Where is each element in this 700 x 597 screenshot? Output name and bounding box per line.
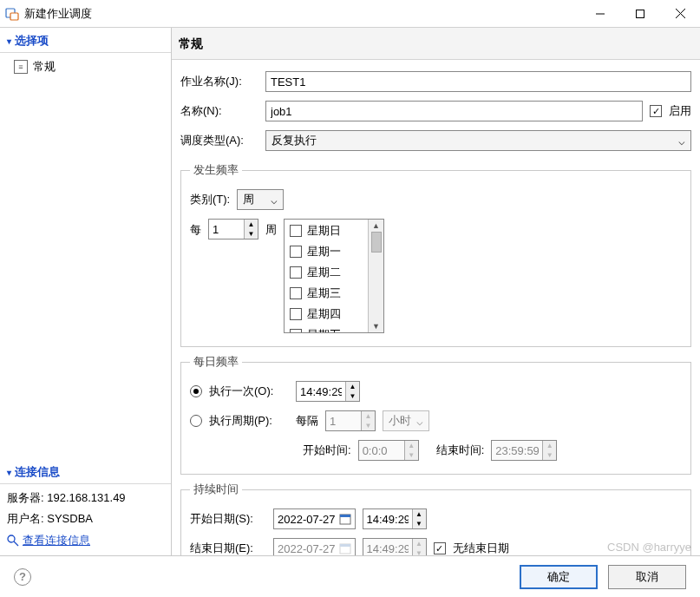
every-value[interactable]	[209, 220, 244, 239]
period-value-spinner: ▲▼	[325, 410, 376, 431]
job-name-label: 作业名称(J):	[180, 74, 258, 89]
weekday-checkbox[interactable]	[290, 287, 302, 299]
weekday-item: 星期三	[290, 285, 363, 301]
scrollbar[interactable]: ▲ ▼	[368, 220, 383, 332]
weekday-label: 星期一	[307, 244, 341, 259]
sidebar-section-conn[interactable]: ▾ 连接信息	[0, 459, 171, 484]
spin-down-icon: ▼	[413, 548, 426, 555]
maximize-button[interactable]	[620, 0, 660, 27]
spin-down-icon[interactable]: ▼	[346, 391, 359, 401]
end-date-picker: 2022-07-27	[273, 538, 356, 555]
scroll-down-icon[interactable]: ▼	[372, 322, 380, 331]
spin-down-icon[interactable]: ▼	[245, 229, 258, 239]
weekday-item: 星期一	[290, 244, 363, 259]
name-input[interactable]	[265, 101, 643, 121]
titlebar: 新建作业调度	[0, 0, 700, 28]
scroll-up-icon[interactable]: ▲	[372, 221, 380, 230]
end-date-time-value	[363, 539, 412, 555]
svg-rect-9	[340, 515, 350, 517]
spin-up-icon: ▲	[362, 411, 375, 421]
svg-line-5	[676, 9, 685, 18]
view-connection-link[interactable]: 查看连接信息	[7, 529, 164, 548]
no-end-date-checkbox[interactable]	[434, 542, 446, 554]
user-value: SYSDBA	[47, 512, 93, 525]
weekday-label: 星期日	[307, 223, 341, 239]
execute-once-label: 执行一次(O):	[209, 384, 289, 399]
period-every-label: 每隔	[296, 413, 318, 429]
daily-legend: 每日频率	[190, 354, 242, 370]
execute-once-radio[interactable]	[190, 385, 202, 397]
job-name-input[interactable]	[265, 71, 691, 92]
svg-point-6	[8, 535, 15, 542]
weekday-checkbox[interactable]	[290, 225, 302, 237]
no-end-date-label: 无结束日期	[453, 541, 509, 555]
weekday-listbox[interactable]: 星期日 星期一 星期二 星期三 星期四 星期五 ▲ ▼	[284, 219, 384, 333]
category-select[interactable]: 周 ⌵	[237, 189, 284, 210]
sidebar-section-select[interactable]: ▾ 选择项	[0, 28, 171, 53]
cancel-button[interactable]: 取消	[608, 565, 686, 589]
weekday-checkbox[interactable]	[290, 308, 302, 320]
minimize-button[interactable]	[580, 0, 620, 27]
weekday-item: 星期二	[290, 265, 363, 280]
start-date-label: 开始日期(S):	[190, 511, 266, 527]
help-button[interactable]: ?	[14, 568, 31, 586]
period-unit-select: 小时 ⌵	[383, 410, 429, 431]
start-time-label: 开始时间:	[303, 443, 351, 458]
duration-legend: 持续时间	[190, 482, 242, 497]
weekday-label: 星期五	[307, 327, 341, 332]
weekday-checkbox[interactable]	[290, 246, 302, 258]
frequency-group: 发生频率 类别(T): 周 ⌵ 每 ▲▼ 周	[180, 162, 691, 347]
chevron-down-icon: ⌵	[271, 194, 278, 207]
weekday-item: 星期日	[290, 223, 363, 239]
schedule-type-select[interactable]: 反复执行 ⌵	[265, 130, 691, 151]
weekday-checkbox[interactable]	[290, 329, 302, 332]
once-time-spinner[interactable]: ▲▼	[296, 381, 360, 402]
close-button[interactable]	[660, 0, 700, 27]
execute-period-radio[interactable]	[190, 415, 202, 427]
spin-down-icon: ▼	[543, 450, 556, 460]
ok-label: 确定	[547, 569, 570, 585]
weekday-checkbox[interactable]	[290, 266, 302, 279]
weekday-label: 星期三	[307, 285, 341, 301]
server-label: 服务器:	[7, 491, 47, 504]
user-label: 用户名:	[7, 512, 47, 525]
ok-button[interactable]: 确定	[520, 565, 598, 589]
category-label: 类别(T):	[190, 192, 230, 207]
window-title: 新建作业调度	[24, 6, 580, 22]
sidebar-section-label: 连接信息	[15, 464, 60, 480]
app-icon	[5, 7, 19, 21]
spin-up-icon[interactable]: ▲	[346, 382, 359, 391]
every-label: 每	[190, 219, 201, 238]
start-date-time-value[interactable]	[363, 509, 412, 528]
enable-checkbox[interactable]	[650, 105, 662, 117]
start-date-picker[interactable]: 2022-07-27	[273, 508, 356, 529]
page-title: 常规	[172, 28, 700, 60]
spin-down-icon[interactable]: ▼	[413, 519, 426, 528]
period-value	[326, 411, 361, 430]
once-time-value[interactable]	[297, 382, 345, 401]
weekday-label: 星期二	[307, 265, 341, 280]
end-date-time-spinner: ▲▼	[363, 538, 427, 555]
calendar-icon	[339, 542, 351, 554]
spin-up-icon[interactable]: ▲	[245, 220, 258, 229]
sidebar-item-general[interactable]: ≡ 常规	[0, 56, 171, 77]
every-spinner[interactable]: ▲▼	[208, 219, 258, 239]
scroll-thumb[interactable]	[371, 232, 382, 253]
end-time-spinner: ▲▼	[491, 440, 557, 461]
select-value: 周	[243, 192, 254, 207]
spin-up-icon[interactable]: ▲	[413, 509, 426, 519]
sidebar: ▾ 选择项 ≡ 常规 ▾ 连接信息 服务器: 192.168.131.49 用户…	[0, 28, 172, 555]
start-date-time-spinner[interactable]: ▲▼	[363, 508, 427, 529]
dialog-footer: ? 确定 取消	[0, 555, 700, 597]
svg-rect-3	[637, 10, 644, 17]
svg-line-4	[676, 9, 685, 18]
start-time-spinner: ▲▼	[358, 440, 419, 461]
page-icon: ≡	[14, 60, 28, 74]
connection-info: 服务器: 192.168.131.49 用户名: SYSDBA 查看连接信息	[0, 484, 171, 555]
unit-label: 周	[265, 219, 277, 238]
end-date-label: 结束日期(E):	[190, 541, 266, 555]
select-value: 反复执行	[271, 133, 317, 148]
weekday-label: 星期四	[307, 306, 341, 322]
name-label: 名称(N):	[180, 103, 258, 119]
end-time-label: 结束时间:	[436, 443, 485, 458]
